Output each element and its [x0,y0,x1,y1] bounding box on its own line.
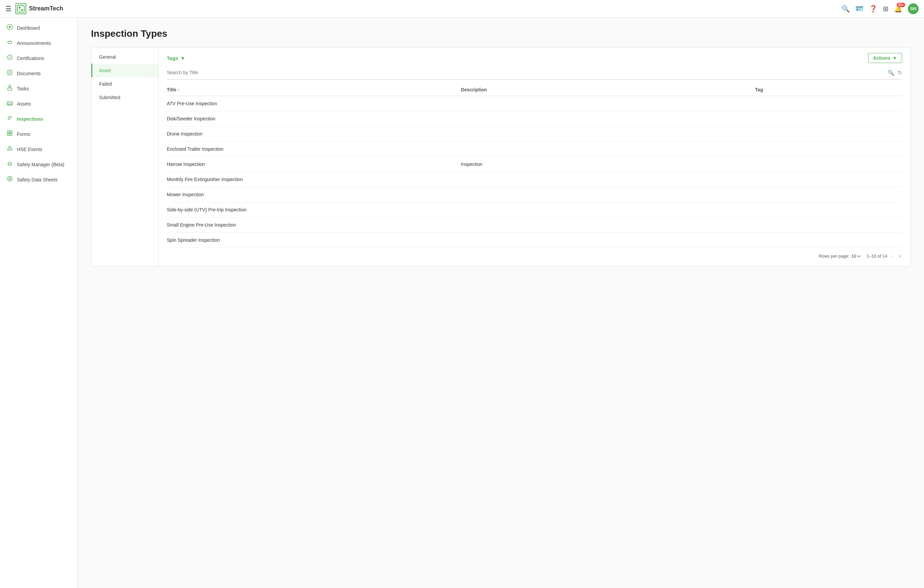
search-submit-icon[interactable]: 🔍 [888,69,894,76]
tags-label: Tags [167,55,178,61]
tags-button[interactable]: Tags ▼ [167,55,185,61]
rows-per-page: Rows per page: 10 25 50 [818,254,861,259]
column-header-tag: Tag [755,87,902,92]
rows-per-page-select[interactable]: 10 25 50 [851,254,861,259]
svg-point-11 [9,85,11,88]
panel-item-asset[interactable]: Asset [91,64,158,77]
page-navigation: 1–10 of 14 ‹ › [867,253,902,259]
next-page-button[interactable]: › [898,253,902,259]
table-row[interactable]: ATV Pre-Use Inspection [167,96,902,111]
sidebar-label-certifications: Certifications [17,56,44,61]
notifications[interactable]: 🔔 25+ [894,5,903,13]
card-icon[interactable]: 🪪 [855,5,864,13]
table-row[interactable]: Small Engine Pre-Use Inspection [167,218,902,233]
cell-tag [755,116,902,121]
table-row[interactable]: Spin Spreader Inspection [167,233,902,248]
svg-point-27 [7,176,12,181]
svg-rect-2 [21,9,23,11]
cell-title: ATV Pre-Use Inspection [167,101,461,106]
pagination: Rows per page: 10 25 50 1–10 of 14 ‹ › [167,248,902,261]
search-input[interactable] [167,68,888,76]
cell-description [461,146,755,152]
cell-tag [755,192,902,197]
prev-page-button[interactable]: ‹ [890,253,895,259]
sidebar-item-tasks[interactable]: Tasks [0,81,77,96]
sort-arrow-icon: ↑ [178,88,180,92]
sidebar-item-safety-manager[interactable]: Safety Manager (Beta) [0,157,77,172]
cell-tag [755,162,902,167]
sidebar: Dashboard Announcements Certifications D… [0,18,78,588]
rows-per-page-label: Rows per page: [818,254,849,259]
table-row[interactable]: Drone Inspection [167,126,902,142]
panel-item-submitted[interactable]: Submitted [91,91,158,104]
cell-tag [755,222,902,228]
sidebar-label-safety-manager: Safety Manager (Beta) [17,162,64,167]
table-row[interactable]: Mower Inspection [167,187,902,202]
sidebar-label-hse-events: HSE Events [17,147,42,152]
sidebar-item-assets[interactable]: Assets [0,96,77,111]
sidebar-item-certifications[interactable]: Certifications [0,51,77,66]
notification-badge: 25+ [897,3,905,7]
column-header-title[interactable]: Title ↑ [167,87,461,92]
cell-title: Drone Inspection [167,131,461,137]
cell-tag [755,207,902,212]
safety-manager-icon [7,160,13,168]
cell-description [461,131,755,137]
svg-point-26 [8,162,12,164]
cell-tag [755,177,902,182]
actions-button[interactable]: Actions ▼ [868,53,902,63]
help-icon[interactable]: ❓ [869,5,878,13]
panel-item-failed[interactable]: Failed [91,77,158,91]
cell-description [461,192,755,197]
hamburger-menu[interactable]: ☰ [5,5,12,13]
sidebar-item-forms[interactable]: Forms [0,126,77,142]
svg-rect-13 [8,88,12,90]
sidebar-item-hse-events[interactable]: HSE Events [0,142,77,157]
search-icon[interactable]: 🔍 [842,5,850,13]
page-title: Inspection Types [91,28,911,39]
sidebar-label-safety-data-sheets: Safety Data Sheets [17,177,58,182]
sidebar-label-documents: Documents [17,71,41,76]
sidebar-item-documents[interactable]: Documents [0,66,77,81]
tasks-icon [7,84,13,92]
tags-bar: Tags ▼ Actions ▼ [167,53,902,63]
svg-rect-21 [10,131,12,133]
svg-point-5 [9,26,11,28]
right-panel: Tags ▼ Actions ▼ 🔍 ↻ [159,48,910,266]
actions-label: Actions [873,55,890,61]
cell-title: Enclosed Trailer Inspection [167,146,461,152]
assets-icon [7,100,13,107]
page-info: 1–10 of 14 [867,254,887,259]
sidebar-label-assets: Assets [17,101,31,107]
panel-item-general[interactable]: General [91,50,158,64]
grid-icon[interactable]: ⊞ [883,5,889,13]
table-row[interactable]: Harrow Inspection Inspection [167,157,902,172]
column-header-description: Description [461,87,755,92]
sidebar-item-inspections[interactable]: Inspections [0,111,77,126]
svg-rect-3 [19,9,21,11]
documents-icon [7,69,13,77]
sidebar-item-dashboard[interactable]: Dashboard [0,20,77,35]
left-panel: General Asset Failed Submitted [91,48,159,266]
table-row[interactable]: Enclosed Trailer Inspection [167,142,902,157]
safety-data-sheets-icon [7,176,13,183]
refresh-icon[interactable]: ↻ [898,69,902,76]
sidebar-label-announcements: Announcements [17,40,51,46]
sidebar-item-safety-data-sheets[interactable]: Safety Data Sheets [0,172,77,187]
layout: Dashboard Announcements Certifications D… [0,18,924,588]
sidebar-item-announcements[interactable]: Announcements [0,35,77,51]
table-header: Title ↑ Description Tag [167,84,902,96]
inspections-icon [7,115,13,123]
app-name: StreamTech [29,5,63,12]
forms-icon [7,130,13,138]
avatar[interactable]: SH [908,3,919,14]
cell-title: Harrow Inspection [167,162,461,167]
cell-title: Monthly Fire Extinguisher Inspection [167,177,461,182]
table-row[interactable]: Disk/Seeder Inspection [167,111,902,126]
table-row[interactable]: Monthly Fire Extinguisher Inspection [167,172,902,187]
table-row[interactable]: Side-by-side (UTV) Pre-trip Inspection [167,202,902,218]
cell-title: Mower Inspection [167,192,461,197]
cell-title: Side-by-side (UTV) Pre-trip Inspection [167,207,461,212]
cell-tag [755,101,902,106]
hse-events-icon [7,145,13,153]
